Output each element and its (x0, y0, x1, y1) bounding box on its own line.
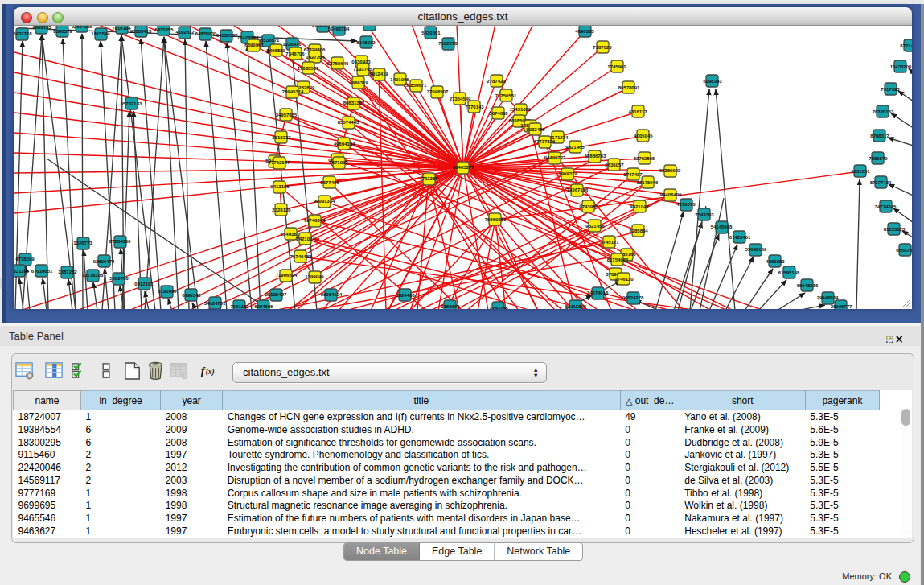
svg-text:5466889: 5466889 (266, 48, 285, 53)
svg-text:55886753: 55886753 (585, 154, 606, 159)
svg-text:71906594: 71906594 (276, 273, 298, 278)
svg-text:36995777: 36995777 (831, 304, 852, 309)
svg-text:25135427: 25135427 (265, 292, 287, 297)
svg-text:9413186: 9413186 (270, 184, 290, 189)
svg-text:55698169: 55698169 (745, 247, 767, 252)
svg-text:86578091: 86578091 (618, 85, 640, 90)
svg-text:8677496: 8677496 (320, 180, 339, 185)
svg-text:49894134: 49894134 (334, 142, 355, 146)
svg-text:3747407: 3747407 (623, 172, 643, 177)
svg-text:79740344: 79740344 (304, 218, 326, 223)
svg-text:1031051: 1031051 (851, 169, 870, 174)
svg-text:00524278: 00524278 (622, 295, 644, 300)
svg-text:4966319: 4966319 (349, 80, 368, 85)
svg-text:37631165: 37631165 (14, 269, 30, 274)
svg-text:3285884: 3285884 (629, 229, 648, 233)
svg-text:94406409: 94406409 (660, 192, 682, 197)
svg-text:34714345: 34714345 (875, 204, 897, 209)
svg-text:2421024: 2421024 (296, 237, 315, 241)
svg-text:4711382: 4711382 (419, 176, 438, 181)
svg-text:5674680: 5674680 (489, 111, 508, 116)
svg-text:7917693: 7917693 (881, 87, 900, 92)
svg-text:1671902: 1671902 (329, 160, 348, 165)
svg-text:64139537: 64139537 (216, 33, 238, 38)
svg-text:34624751: 34624751 (204, 301, 226, 306)
svg-text:9600133: 9600133 (32, 26, 51, 30)
svg-text:6204505: 6204505 (254, 304, 273, 309)
svg-text:8721489: 8721489 (900, 43, 912, 48)
svg-text:73178108: 73178108 (82, 273, 104, 278)
svg-text:29946804: 29946804 (817, 295, 839, 300)
svg-text:1746120: 1746120 (614, 277, 634, 282)
svg-text:4192832: 4192832 (175, 30, 195, 35)
svg-text:6475255: 6475255 (154, 27, 174, 32)
svg-text:02654235: 02654235 (72, 26, 93, 29)
svg-text:2787429: 2787429 (487, 79, 506, 84)
svg-text:74367136: 74367136 (567, 187, 589, 192)
svg-text:f: f (201, 365, 206, 377)
svg-text:1745961: 1745961 (607, 64, 626, 69)
svg-text:99091334: 99091334 (314, 199, 335, 204)
svg-text:4316117: 4316117 (628, 109, 647, 114)
svg-text:67010651: 67010651 (31, 269, 53, 274)
svg-text:3387262: 3387262 (58, 270, 77, 274)
svg-text:51462704: 51462704 (328, 27, 350, 31)
svg-text:76945314: 76945314 (282, 89, 304, 94)
svg-text:87277434: 87277434 (870, 180, 892, 185)
svg-text:7770143: 7770143 (465, 105, 484, 109)
svg-text:62386922: 62386922 (659, 168, 681, 173)
svg-text:71746488: 71746488 (290, 254, 312, 259)
svg-text:4060883: 4060883 (766, 259, 785, 264)
svg-text:27354549: 27354549 (450, 97, 471, 101)
svg-text:9521456: 9521456 (585, 224, 605, 229)
svg-text:7187026: 7187026 (593, 45, 612, 50)
svg-text:7889579: 7889579 (869, 156, 888, 161)
svg-text:75869261: 75869261 (485, 217, 507, 222)
svg-text:7182278: 7182278 (438, 41, 458, 46)
svg-text:85574443: 85574443 (338, 120, 359, 125)
svg-text:5098393: 5098393 (703, 79, 722, 84)
svg-text:65787133: 65787133 (121, 101, 142, 106)
svg-text:01429401: 01429401 (729, 235, 751, 240)
svg-text:3518233: 3518233 (272, 135, 291, 140)
svg-text:3158692: 3158692 (441, 304, 460, 309)
svg-text:87234309: 87234309 (109, 239, 131, 244)
svg-text:5009788: 5009788 (109, 276, 129, 281)
svg-text:13433200: 13433200 (890, 64, 912, 69)
svg-text:81223623: 81223623 (884, 227, 906, 232)
svg-text:34957885: 34957885 (276, 113, 298, 117)
svg-text:0433218: 0433218 (14, 31, 32, 36)
svg-text:8148932: 8148932 (356, 40, 376, 45)
svg-text:9821465: 9821465 (565, 145, 585, 150)
svg-text:53755646: 53755646 (327, 61, 349, 66)
svg-text:1615594: 1615594 (91, 31, 110, 36)
svg-text:8386379: 8386379 (53, 29, 72, 34)
svg-text:1326773: 1326773 (73, 241, 92, 245)
svg-text:9421047: 9421047 (630, 204, 649, 209)
svg-text:96405377: 96405377 (453, 165, 474, 170)
svg-text:17080531: 17080531 (298, 66, 319, 71)
svg-text:28809570: 28809570 (359, 26, 381, 27)
svg-text:8708317: 8708317 (870, 134, 889, 138)
svg-text:64835030: 64835030 (195, 31, 217, 36)
svg-text:7543303: 7543303 (695, 212, 714, 217)
svg-text:1969379: 1969379 (558, 171, 577, 176)
svg-text:82175946: 82175946 (637, 180, 659, 185)
svg-text:37996507: 37996507 (427, 89, 449, 94)
svg-text:1627204: 1627204 (306, 55, 325, 60)
svg-text:71756551: 71756551 (495, 93, 517, 98)
svg-text:4005045: 4005045 (634, 134, 653, 138)
svg-text:76320163: 76320163 (873, 109, 894, 114)
svg-text:67737826: 67737826 (534, 139, 556, 144)
svg-text:61595148: 61595148 (778, 270, 800, 275)
svg-text:2260256: 2260256 (489, 306, 508, 309)
svg-text:4216073: 4216073 (676, 202, 696, 207)
svg-text:2328120: 2328120 (272, 208, 291, 212)
svg-text:80112805: 80112805 (565, 304, 587, 309)
svg-text:81754965: 81754965 (607, 257, 629, 262)
svg-text:9636057: 9636057 (605, 163, 624, 167)
svg-text:6690967: 6690967 (244, 43, 264, 47)
svg-text:80831367: 80831367 (343, 101, 365, 105)
svg-text:6193990: 6193990 (158, 289, 177, 294)
svg-text:4738299: 4738299 (15, 257, 35, 262)
